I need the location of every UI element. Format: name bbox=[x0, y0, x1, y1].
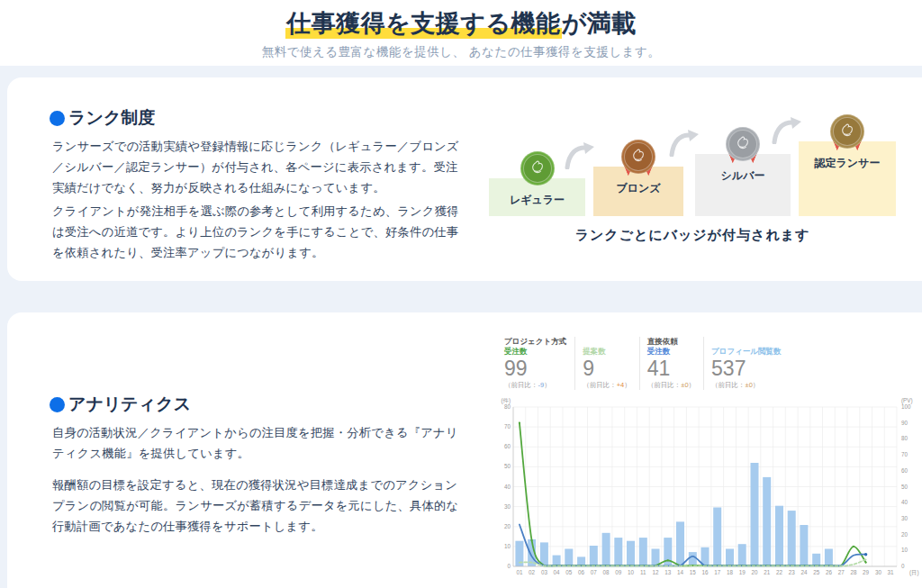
svg-text:10: 10 bbox=[504, 543, 511, 549]
svg-text:90: 90 bbox=[901, 420, 908, 426]
stat-value: 9 bbox=[583, 357, 631, 381]
analytics-section-heading-label: アナリティクス bbox=[68, 393, 191, 416]
rank-caption: ランクごとにバッジが付与されます bbox=[489, 227, 896, 244]
stat-value: 99 bbox=[504, 357, 566, 381]
blue-dot-icon bbox=[50, 397, 65, 412]
rank-paragraph-2: クライアントが発注相手を選ぶ際の参考として利用するため、ランク獲得は受注への近道… bbox=[52, 202, 468, 264]
stat-series-label: プロフィール閲覧数 bbox=[711, 347, 782, 357]
stat-value: 537 bbox=[711, 357, 782, 381]
svg-text:21: 21 bbox=[764, 569, 771, 575]
stat-series-label: 受注数 bbox=[647, 347, 695, 357]
rank-label: シルバー bbox=[695, 168, 791, 184]
svg-text:08: 08 bbox=[603, 569, 610, 575]
svg-text:01: 01 bbox=[516, 569, 523, 575]
svg-text:80: 80 bbox=[901, 435, 908, 441]
lancers-mascot-icon bbox=[734, 135, 752, 153]
svg-text:22: 22 bbox=[776, 569, 783, 575]
analytics-paragraph-2: 報酬額の目標を設定すると、現在の獲得状況や目標達成までのアクションプランの閲覧が… bbox=[52, 475, 468, 538]
rank-label: レギュラー bbox=[489, 193, 585, 208]
page-title-highlighted: 仕事獲得を支援する機能 bbox=[285, 10, 561, 39]
svg-text:23: 23 bbox=[789, 569, 796, 575]
page-title-rest: が満載 bbox=[562, 10, 637, 37]
svg-text:30: 30 bbox=[901, 515, 908, 521]
stat-group-label: 直接依頼 bbox=[647, 337, 695, 347]
rank-section-heading-label: ランク制度 bbox=[68, 106, 155, 130]
svg-text:17: 17 bbox=[714, 569, 721, 575]
svg-text:28: 28 bbox=[850, 569, 857, 575]
rank-label: ブロンズ bbox=[593, 181, 683, 196]
rank-badge-icon bbox=[520, 151, 555, 185]
analytics-section-heading: アナリティクス bbox=[50, 393, 191, 416]
svg-text:19: 19 bbox=[739, 569, 746, 575]
stat-delta: （前日比：±0） bbox=[647, 381, 695, 390]
svg-text:50: 50 bbox=[504, 463, 511, 469]
svg-text:26: 26 bbox=[826, 569, 833, 575]
svg-text:24: 24 bbox=[800, 569, 808, 575]
svg-text:31: 31 bbox=[888, 569, 895, 575]
svg-text:05: 05 bbox=[565, 569, 573, 575]
svg-text:13: 13 bbox=[664, 569, 672, 575]
svg-text:25: 25 bbox=[813, 569, 820, 575]
page-title: 仕事獲得を支援する機能が満載 bbox=[0, 7, 922, 40]
stat-column-4: プロフィール閲覧数 537 （前日比：±0） bbox=[703, 337, 790, 390]
svg-text:60: 60 bbox=[504, 443, 511, 449]
svg-text:20: 20 bbox=[901, 531, 908, 538]
stat-column-2: 提案数 9 （前日比：+4） bbox=[574, 337, 639, 390]
rank-paragraph-1: ランサーズでの活動実績や登録情報に応じランク（レギュラー／ブロンズ／シルバー／認… bbox=[52, 137, 468, 199]
page-viewport: 仕事獲得を支援する機能が満載 無料で使える豊富な機能を提供し、 あなたの仕事獲得… bbox=[0, 0, 922, 588]
svg-text:0: 0 bbox=[507, 563, 511, 569]
stat-value: 41 bbox=[647, 357, 695, 381]
stat-series-label: 提案数 bbox=[583, 347, 631, 357]
stat-delta: （前日比：-9） bbox=[504, 381, 566, 390]
rank-badge-icon bbox=[726, 127, 760, 161]
svg-text:10: 10 bbox=[901, 547, 908, 553]
svg-text:12: 12 bbox=[652, 569, 659, 575]
rank-badge-icon bbox=[830, 114, 864, 149]
svg-text:29: 29 bbox=[863, 569, 870, 575]
svg-text:14: 14 bbox=[677, 569, 684, 575]
rank-badge-icon bbox=[621, 140, 655, 174]
svg-text:11: 11 bbox=[640, 569, 646, 575]
svg-text:07: 07 bbox=[591, 569, 598, 575]
rank-step-3: シルバー bbox=[695, 154, 791, 216]
lancers-mascot-icon bbox=[529, 159, 547, 177]
svg-text:27: 27 bbox=[838, 569, 845, 575]
stat-delta: （前日比：+4） bbox=[583, 381, 631, 390]
stat-group-label: プロジェクト方式 bbox=[504, 337, 566, 347]
svg-text:30: 30 bbox=[504, 503, 511, 510]
page-subtitle: 無料で使える豊富な機能を提供し、 あなたの仕事獲得を支援します。 bbox=[0, 44, 922, 60]
svg-text:10: 10 bbox=[628, 569, 635, 575]
blue-dot-icon bbox=[50, 111, 65, 126]
svg-text:0: 0 bbox=[901, 563, 905, 569]
analytics-paragraph-1: 自身の活動状況／クライアントからの注目度を把握・分析できる『アナリティクス機能』… bbox=[52, 423, 468, 465]
svg-text:(日): (日) bbox=[909, 569, 919, 576]
svg-text:02: 02 bbox=[529, 569, 536, 575]
arrow-up-right-icon bbox=[668, 130, 701, 157]
stat-delta: （前日比：±0） bbox=[711, 381, 782, 390]
rank-label: 認定ランサー bbox=[799, 156, 896, 171]
svg-text:60: 60 bbox=[901, 467, 908, 474]
svg-text:80: 80 bbox=[504, 403, 511, 410]
svg-text:15: 15 bbox=[690, 569, 697, 575]
stat-column-1: プロジェクト方式 受注数 99 （前日比：-9） bbox=[497, 337, 574, 390]
svg-text:50: 50 bbox=[901, 484, 908, 490]
svg-text:30: 30 bbox=[875, 569, 882, 575]
svg-text:06: 06 bbox=[578, 569, 585, 575]
arrow-up-right-icon bbox=[564, 142, 596, 169]
lancers-mascot-icon bbox=[838, 122, 856, 140]
svg-text:03: 03 bbox=[541, 569, 548, 575]
svg-text:70: 70 bbox=[901, 451, 908, 457]
svg-text:100: 100 bbox=[901, 403, 911, 410]
arrow-up-right-icon bbox=[771, 117, 803, 144]
svg-text:(PV): (PV) bbox=[901, 397, 913, 404]
stat-column-3: 直接依頼 受注数 41 （前日比：±0） bbox=[639, 337, 703, 390]
rank-section-heading: ランク制度 bbox=[50, 106, 155, 130]
stat-group-label bbox=[711, 337, 782, 347]
stat-series-label: 受注数 bbox=[504, 347, 566, 357]
lancers-mascot-icon bbox=[629, 148, 647, 166]
analytics-chart: 010203040506070800102030405060708090100(… bbox=[495, 396, 922, 588]
rank-step-4: 認定ランサー bbox=[799, 141, 896, 216]
svg-text:20: 20 bbox=[504, 523, 511, 529]
svg-text:16: 16 bbox=[701, 569, 709, 575]
svg-text:70: 70 bbox=[504, 423, 511, 430]
